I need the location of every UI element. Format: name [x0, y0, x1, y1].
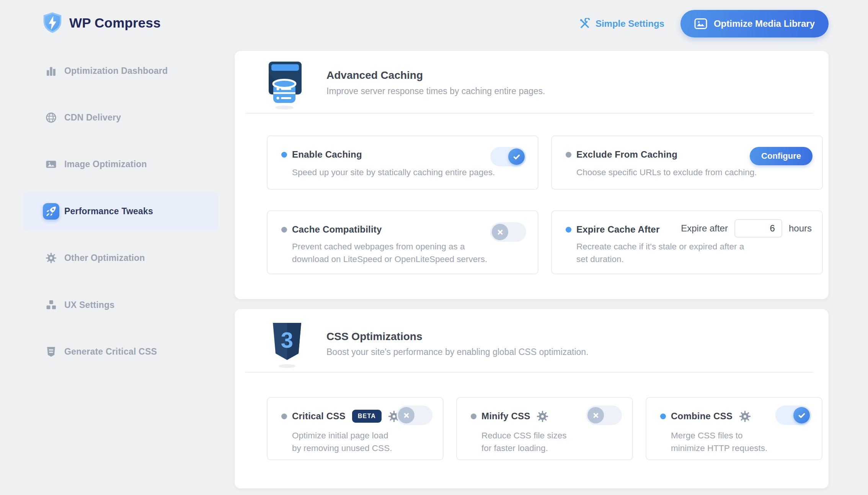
expire-after-label: Expire after: [681, 223, 728, 234]
status-dot: [566, 152, 571, 158]
card-description: Speed up your site by statically caching…: [292, 166, 495, 179]
sidebar-item-generate-critical-css[interactable]: Generate Critical CSS: [23, 333, 218, 371]
sidebar-item-image-optimization[interactable]: Image Optimization: [23, 145, 218, 183]
enable-caching-card: Enable Caching Speed up your site by sta…: [267, 135, 538, 190]
section-subtitle: Improve server response times by caching…: [326, 86, 545, 96]
sidebar-item-ux-settings[interactable]: UX Settings: [23, 286, 218, 324]
card-title: Expire Cache After: [576, 224, 659, 235]
sidebar-item-label: Performance Tweaks: [64, 206, 153, 217]
sidebar-item-label: Other Optimization: [64, 253, 145, 263]
minify-css-card: Minify CSS Reduce CSS file sizes for fas…: [456, 397, 633, 460]
bar-chart-icon: [42, 63, 59, 80]
css3-badge-icon: 3: [271, 322, 303, 370]
cubes-icon: [42, 297, 59, 314]
minify-css-settings-gear-icon[interactable]: [537, 410, 548, 422]
advanced-caching-section: Advanced Caching Improve server response…: [235, 51, 829, 299]
sidebar-item-optimization-dashboard[interactable]: Optimization Dashboard: [23, 52, 218, 90]
status-dot: [281, 227, 287, 233]
expire-cache-after-card: Expire Cache After Expire after hours Re…: [551, 210, 823, 274]
gear-icon: [42, 250, 59, 267]
critical-css-toggle[interactable]: [396, 405, 432, 425]
check-icon: [797, 411, 806, 420]
section-divider: [245, 113, 813, 114]
tools-icon: [579, 18, 591, 29]
sidebar-item-label: Image Optimization: [64, 159, 147, 169]
toggle-knob: [398, 407, 414, 423]
hours-unit-label: hours: [789, 223, 812, 234]
check-icon: [512, 152, 521, 161]
card-description: Prevent cached webpages from opening as …: [292, 240, 493, 265]
header-actions: Simple Settings Optimize Media Library: [579, 10, 829, 37]
card-description: Optimize initial page load by removing u…: [292, 429, 397, 454]
section-title: CSS Optimizations: [326, 331, 422, 343]
card-description: Recreate cache if it's stale or expired …: [576, 240, 749, 265]
svg-text:3: 3: [281, 327, 293, 352]
status-dot: [281, 152, 287, 158]
section-title: Advanced Caching: [326, 69, 423, 81]
toggle-knob: [492, 224, 508, 240]
combine-css-settings-gear-icon[interactable]: [739, 410, 751, 422]
optimize-media-library-button[interactable]: Optimize Media Library: [680, 10, 829, 37]
cache-compatibility-toggle[interactable]: [490, 222, 526, 242]
card-title: Critical CSS: [292, 411, 346, 422]
expire-hours-input[interactable]: [734, 219, 782, 238]
card-title: Enable Caching: [292, 149, 362, 160]
rocket-icon: [42, 203, 59, 220]
card-description: Reduce CSS file sizes for faster loading…: [481, 429, 573, 454]
card-title: Combine CSS: [671, 411, 733, 422]
brand-name: WP Compress: [69, 15, 161, 31]
section-divider: [245, 372, 813, 373]
sidebar-item-label: Generate Critical CSS: [64, 347, 157, 357]
combine-css-card: Combine CSS Merge CSS files to minimize …: [646, 397, 822, 460]
beta-badge: BETA: [352, 410, 382, 423]
configure-button[interactable]: Configure: [750, 147, 813, 165]
sidebar-item-cdn-delivery[interactable]: CDN Delivery: [23, 99, 218, 137]
toggle-knob: [587, 407, 604, 423]
critical-css-card: Critical CSS BETA Optimize initial page …: [267, 397, 444, 460]
simple-settings-link[interactable]: Simple Settings: [579, 18, 664, 29]
cross-icon: [402, 411, 411, 420]
status-dot: [660, 414, 666, 419]
wp-compress-settings-page: WP Compress Simple Settings Optimize Med…: [0, 0, 868, 495]
minify-css-toggle[interactable]: [586, 405, 622, 425]
sidebar-item-label: UX Settings: [64, 300, 114, 310]
card-title: Cache Compatibility: [292, 224, 382, 235]
toggle-knob: [508, 148, 525, 165]
toggle-knob: [793, 407, 810, 423]
image-icon: [42, 156, 59, 173]
exclude-from-caching-card: Exclude From Caching Configure Choose sp…: [551, 135, 823, 190]
card-description: Merge CSS files to minimize HTTP request…: [671, 429, 774, 454]
section-subtitle: Boost your site's performance by enablin…: [326, 347, 589, 357]
status-dot: [566, 227, 571, 233]
sidebar-item-other-optimization[interactable]: Other Optimization: [23, 239, 218, 277]
sidebar-item-label: CDN Delivery: [64, 112, 121, 123]
css-optimizations-section: 3 CSS Optimizations Boost your site's pe…: [235, 309, 829, 488]
cache-compatibility-card: Cache Compatibility Prevent cached webpa…: [267, 210, 538, 274]
server-cache-icon: [265, 60, 304, 112]
sidebar-item-label: Optimization Dashboard: [64, 66, 168, 76]
combine-css-toggle[interactable]: [775, 405, 811, 425]
optimize-media-library-label: Optimize Media Library: [714, 18, 815, 29]
globe-icon: [42, 109, 59, 126]
cross-icon: [591, 411, 600, 420]
cross-icon: [496, 228, 505, 237]
sidebar-item-performance-tweaks[interactable]: Performance Tweaks: [23, 192, 218, 230]
media-library-icon: [694, 18, 707, 29]
card-title: Exclude From Caching: [576, 149, 677, 160]
expire-controls: Expire after hours: [681, 219, 812, 238]
enable-caching-toggle[interactable]: [490, 147, 526, 166]
simple-settings-label: Simple Settings: [596, 18, 664, 29]
css-shield-icon: [42, 344, 59, 360]
brand-logo: WP Compress: [42, 11, 161, 34]
card-title: Minify CSS: [481, 411, 530, 422]
card-description: Choose specific URLs to exclude from cac…: [576, 166, 757, 179]
status-dot: [281, 414, 287, 419]
status-dot: [471, 414, 476, 419]
shield-bolt-logo-icon: [42, 11, 62, 34]
